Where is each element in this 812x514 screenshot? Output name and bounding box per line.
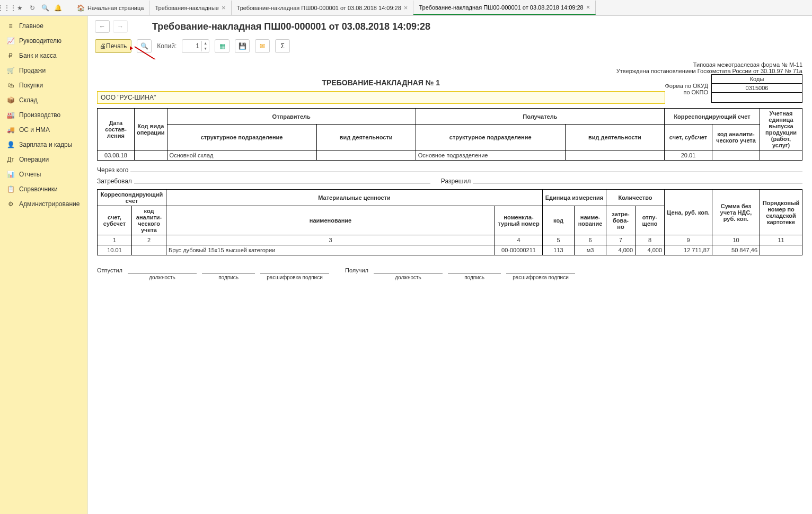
td-name: Брус дубовый 15х15 высшей категории xyxy=(166,245,495,255)
preview-button[interactable]: 🔍 xyxy=(137,39,152,53)
sidebar-label: ОС и НМА xyxy=(19,126,50,134)
ruble-icon: ₽ xyxy=(6,52,15,59)
th-sum: Сумма без учета НДС, руб. коп. xyxy=(712,190,760,235)
th-price: Цена, руб. коп. xyxy=(665,190,712,235)
allowed-line xyxy=(473,176,802,183)
sidebar-item-reports[interactable]: 📊Отчеты xyxy=(0,167,87,182)
received-label: Получил xyxy=(345,266,368,273)
th-name: наименование xyxy=(166,206,495,235)
forward-button[interactable]: → xyxy=(113,20,128,33)
th-unit2: Единица измерения xyxy=(543,190,606,206)
th-mat: Материальные ценности xyxy=(166,190,543,206)
sidebar-item-production[interactable]: 🏭Производство xyxy=(0,108,87,122)
signature-cap: подпись xyxy=(218,274,239,280)
through-label: Через кого xyxy=(97,166,128,174)
tabs: Начальная страница Требования-накладные×… xyxy=(72,1,809,15)
sidebar-item-warehouse[interactable]: 📦Склад xyxy=(0,93,87,108)
document-title: ТРЕБОВАНИЕ-НАКЛАДНАЯ № 1 xyxy=(97,78,665,87)
cart-icon: 🛒 xyxy=(6,67,15,74)
main: ← → Требование-накладная ПШ00-000001 от … xyxy=(87,16,812,514)
tab-requisitions[interactable]: Требования-накладные× xyxy=(149,1,231,15)
mail-icon: ✉ xyxy=(260,42,265,50)
sidebar-item-sales[interactable]: 🛒Продажи xyxy=(0,63,87,78)
item-row: 10.01 Брус дубовый 15х15 высшей категори… xyxy=(98,245,802,255)
sidebar-item-admin[interactable]: ⚙Администрирование xyxy=(0,197,87,211)
sidebar-item-manager[interactable]: 📈Руководителю xyxy=(0,33,87,48)
th-qty: Количество xyxy=(606,190,665,206)
sidebar-label: Главное xyxy=(19,22,43,30)
sidebar-item-references[interactable]: 📋Справочники xyxy=(0,182,87,197)
coln: 4 xyxy=(495,235,543,245)
th-uname: наиме- нование xyxy=(575,206,606,235)
okud-labels: Форма по ОКУД по ОКПО xyxy=(665,74,709,95)
truck-icon: 🚚 xyxy=(6,126,15,134)
tab-doc1[interactable]: Требование-накладная ПШ00-000001 от 03.0… xyxy=(232,1,414,15)
td-sum: 50 847,46 xyxy=(712,245,760,255)
box-icon: 📦 xyxy=(6,96,15,104)
th-acc2: счет, субсчет xyxy=(98,206,132,235)
close-icon[interactable]: × xyxy=(586,3,590,11)
sig-line xyxy=(202,266,255,273)
back-button[interactable]: ← xyxy=(95,20,110,33)
th-analytic: код аналити- ческого учета xyxy=(712,125,760,150)
sidebar-item-operations[interactable]: ДтОперации xyxy=(0,152,87,167)
okud-value: 0315006 xyxy=(712,84,802,93)
sidebar-item-purchases[interactable]: 🛍Покупки xyxy=(0,78,87,93)
org-name-field[interactable]: ООО "РУС-ШИНА" xyxy=(97,91,665,104)
header-table: Дата состав- ления Код вида операции Отп… xyxy=(97,108,802,161)
sidebar-item-bank[interactable]: ₽Банк и касса xyxy=(0,48,87,63)
tab-doc2[interactable]: Требование-накладная ПШ00-000001 от 03.0… xyxy=(413,1,596,15)
td-nom: 00-00000211 xyxy=(495,245,543,255)
apps-icon[interactable]: ⋮⋮⋮ xyxy=(3,4,11,12)
close-icon[interactable]: × xyxy=(222,4,226,12)
printer-icon: 🖨 xyxy=(100,42,106,50)
header-data-row: 03.08.18 Основной склад Основное подразд… xyxy=(98,150,802,161)
search-icon[interactable]: 🔍 xyxy=(41,4,49,12)
copies-input[interactable] xyxy=(182,42,201,50)
td-recv-act xyxy=(565,150,664,161)
star-icon[interactable]: ★ xyxy=(15,4,24,12)
person-icon: 👤 xyxy=(6,141,15,148)
sum-button[interactable]: Σ xyxy=(275,39,290,53)
spin-down-icon[interactable]: ▼ xyxy=(202,46,209,51)
okpo-label: по ОКПО xyxy=(665,89,709,95)
sig-line xyxy=(260,266,329,273)
coln: 1 xyxy=(98,235,132,245)
sig-line xyxy=(374,266,443,273)
save-button[interactable]: 💾 xyxy=(235,39,250,53)
td-rel: 4,000 xyxy=(636,245,665,255)
td-sender-struct: Основной склад xyxy=(167,150,316,161)
th-corr2: Корреспондирующий счет xyxy=(98,190,166,206)
coln: 3 xyxy=(166,235,495,245)
coln: 8 xyxy=(636,235,665,245)
close-icon[interactable]: × xyxy=(404,4,408,12)
excel-button[interactable]: ▦ xyxy=(215,39,230,53)
bars-icon: 📊 xyxy=(6,171,15,178)
td-unit xyxy=(760,150,802,161)
td-analytic xyxy=(712,150,760,161)
sidebar-item-main[interactable]: ≡Главное xyxy=(0,19,87,33)
td-recv-struct: Основное подразделение xyxy=(416,150,565,161)
table-icon: ▦ xyxy=(219,42,225,50)
top-toolbar: ⋮⋮⋮ ★ ↻ 🔍 🔔 Начальная страница Требовани… xyxy=(0,0,812,16)
sidebar-label: Администрирование xyxy=(19,200,80,208)
td-code: 113 xyxy=(543,245,575,255)
coln: 7 xyxy=(606,235,636,245)
kody-header: Коды xyxy=(712,75,802,84)
sidebar: ≡Главное 📈Руководителю ₽Банк и касса 🛒Пр… xyxy=(0,16,87,514)
sidebar-label: Банк и касса xyxy=(19,52,57,59)
sidebar-item-payroll[interactable]: 👤Зарплата и кадры xyxy=(0,137,87,152)
sig-line xyxy=(128,266,197,273)
copies-spinner[interactable]: ▲▼ xyxy=(182,39,209,53)
position-cap: должность xyxy=(149,274,175,280)
sidebar-label: Производство xyxy=(19,111,60,119)
print-button[interactable]: 🖨 Печать xyxy=(95,39,131,53)
bell-icon[interactable]: 🔔 xyxy=(54,4,62,12)
tab-home[interactable]: Начальная страница xyxy=(72,1,149,15)
email-button[interactable]: ✉ xyxy=(255,39,270,53)
spin-up-icon[interactable]: ▲ xyxy=(202,41,209,46)
th-date: Дата состав- ления xyxy=(98,109,135,150)
history-icon[interactable]: ↻ xyxy=(28,4,37,12)
lines: Через кого ЗатребовалРазрешил xyxy=(97,165,802,185)
sidebar-item-assets[interactable]: 🚚ОС и НМА xyxy=(0,122,87,137)
